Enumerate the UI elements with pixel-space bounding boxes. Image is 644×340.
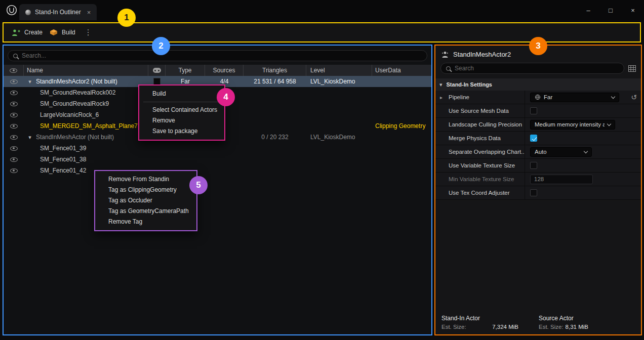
row-name: SM_Fence01_39 xyxy=(24,145,86,152)
outliner-row[interactable]: SM_Fence01_42 xyxy=(4,165,431,176)
close-button[interactable]: × xyxy=(622,0,644,20)
expand-arrow-icon[interactable] xyxy=(440,94,442,100)
menu-separator xyxy=(143,102,220,102)
menu-item-remove-from-standin[interactable]: Remove From Standin xyxy=(95,174,196,185)
expand-arrow-icon[interactable] xyxy=(27,134,32,141)
use-variable-texture-size-checkbox[interactable] xyxy=(530,162,537,169)
visibility-toggle[interactable] xyxy=(4,143,24,154)
row-userdata: Clipping Geometry xyxy=(372,120,431,132)
tab-stand-in-outliner[interactable]: Stand-In Outliner × xyxy=(19,4,97,20)
row-triangles: 21 531 / 64 958 xyxy=(244,76,306,87)
build-icon xyxy=(50,29,58,36)
column-header-type[interactable]: Type xyxy=(166,65,205,76)
tab-close-icon[interactable]: × xyxy=(85,9,91,16)
source-actor-size: Source Actor Est. Size: 8,31 MiB xyxy=(539,315,630,330)
visibility-toggle[interactable] xyxy=(4,98,24,109)
menu-item-select-contained-actors[interactable]: Select Contained Actors xyxy=(139,105,224,115)
use-tex-coord-adjuster-checkbox[interactable] xyxy=(530,189,537,196)
est-size-value: 8,31 MiB xyxy=(566,324,588,330)
section-title: Stand-In Settings xyxy=(447,81,492,88)
use-source-mesh-data-checkbox[interactable] xyxy=(530,107,537,114)
create-button[interactable]: Create xyxy=(12,29,43,36)
search-icon xyxy=(13,54,18,58)
est-size-value: 7,324 MiB xyxy=(492,324,518,330)
section-collapse-arrow-icon[interactable] xyxy=(439,81,442,88)
outliner-search-input[interactable] xyxy=(22,52,422,59)
menu-item-tag-geometrycamerapath[interactable]: Tag as GeometryCameraPath xyxy=(95,206,196,217)
eye-icon xyxy=(10,102,18,106)
property-row-min-variable-texture-size: Min Variable Texture Size xyxy=(435,173,641,186)
window-controls: – □ × xyxy=(577,0,644,20)
visibility-toggle[interactable] xyxy=(4,132,24,143)
property-row-merge-physics-data: Merge Physics Data xyxy=(435,132,641,145)
column-header-userdata[interactable]: UserData xyxy=(372,65,431,76)
grid-view-icon[interactable] xyxy=(628,65,636,72)
build-button[interactable]: Build xyxy=(50,29,75,36)
visibility-toggle[interactable] xyxy=(4,165,24,176)
reset-to-default-icon[interactable]: ↺ xyxy=(631,94,637,101)
visibility-toggle[interactable] xyxy=(4,120,24,132)
property-label: Use Tex Coord Adjuster xyxy=(449,190,510,196)
property-row-use-variable-texture-size: Use Variable Texture Size xyxy=(435,159,641,173)
search-icon xyxy=(446,66,451,71)
row-level: LVL_KioskDemo xyxy=(306,132,372,143)
property-label: Landscape Culling Precision xyxy=(449,121,522,128)
callout-1: 1 xyxy=(117,9,136,27)
menu-item-remove-tag[interactable]: Remove Tag xyxy=(95,217,196,227)
source-actor-title: Source Actor xyxy=(539,315,630,322)
property-label: Min Variable Texture Size xyxy=(449,176,514,182)
column-header-name[interactable]: Name xyxy=(24,65,148,76)
toolbar-overflow-button[interactable]: ⋮ xyxy=(83,28,94,37)
column-header-level[interactable]: Level xyxy=(306,65,372,76)
menu-item-remove[interactable]: Remove xyxy=(139,115,224,126)
est-size-label: Est. Size: xyxy=(539,324,564,330)
outliner-row[interactable]: SM_Fence01_38 xyxy=(4,154,431,165)
eye-icon xyxy=(10,157,18,162)
details-title: StandInMeshActor2 xyxy=(453,51,511,58)
eye-icon xyxy=(10,79,18,84)
separate-overlapping-charts-dropdown[interactable]: Auto xyxy=(530,147,592,157)
visibility-toggle[interactable] xyxy=(4,109,24,120)
maximize-button[interactable]: □ xyxy=(599,0,622,20)
minimize-button[interactable]: – xyxy=(577,0,599,20)
menu-item-tag-clippinggeometry[interactable]: Tag as ClippingGeometry xyxy=(95,185,196,195)
column-header-sources[interactable]: Sources xyxy=(205,65,244,76)
est-size-label: Est. Size: xyxy=(441,324,466,330)
globe-icon xyxy=(535,94,541,100)
property-label: Separate Overlapping Chart... xyxy=(449,149,525,155)
details-search-input[interactable] xyxy=(455,65,619,72)
outliner-search xyxy=(8,50,427,61)
callout-5: 5 xyxy=(189,176,208,194)
landscape-culling-precision-dropdown[interactable]: Medium memory intensity a xyxy=(530,120,615,130)
row-name: SM_GroundRevealRock002 xyxy=(24,89,115,96)
menu-item-save-to-package[interactable]: Save to package xyxy=(139,126,224,137)
property-row-use-tex-coord-adjuster: Use Tex Coord Adjuster xyxy=(435,186,641,200)
column-header-triangles[interactable]: Triangles xyxy=(244,65,306,76)
visibility-toggle[interactable] xyxy=(4,87,24,98)
min-variable-texture-size-input[interactable] xyxy=(530,175,593,184)
merge-physics-data-checkbox[interactable] xyxy=(530,135,537,142)
row-checkbox[interactable] xyxy=(153,78,160,85)
visibility-toggle[interactable] xyxy=(4,76,24,87)
column-header-game xyxy=(148,65,166,76)
menu-item-build[interactable]: Build xyxy=(139,89,224,99)
gamepad-icon xyxy=(153,68,161,73)
context-menu-tag: Remove From Standin Tag as ClippingGeome… xyxy=(94,170,197,231)
eye-icon xyxy=(10,124,18,129)
property-row-use-source-mesh-data: Use Source Mesh Data xyxy=(435,104,641,118)
separate-overlapping-charts-value: Auto xyxy=(535,149,581,155)
toolbar: Create Build ⋮ xyxy=(3,22,641,42)
section-stand-in-settings[interactable]: Stand-In Settings xyxy=(435,78,641,91)
callout-3: 3 xyxy=(529,37,547,55)
row-name: SM_Fence01_42 xyxy=(24,167,86,174)
menu-item-tag-occluder[interactable]: Tag as Occluder xyxy=(95,195,196,206)
visibility-toggle[interactable] xyxy=(4,154,24,165)
eye-icon xyxy=(10,113,18,117)
row-userdata xyxy=(372,76,431,87)
eye-icon xyxy=(10,146,18,151)
row-name: StandInMeshActor (Not built) xyxy=(36,134,114,141)
outliner-row[interactable]: SM_Fence01_39 xyxy=(4,143,431,154)
expand-arrow-icon[interactable] xyxy=(27,78,32,85)
property-label: Pipeline xyxy=(449,94,469,100)
pipeline-dropdown[interactable]: Far xyxy=(530,93,619,102)
